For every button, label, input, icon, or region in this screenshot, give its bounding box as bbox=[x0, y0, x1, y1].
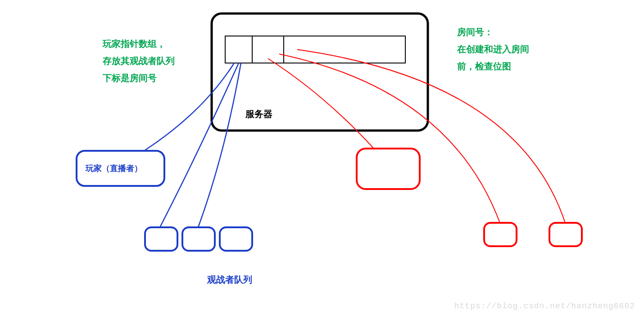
queue-label: 观战者队列 bbox=[207, 274, 252, 286]
red-curve-s2 bbox=[297, 50, 565, 223]
annotation-right-line1: 房间号： bbox=[457, 23, 529, 41]
annotation-right: 房间号： 在创建和进入房间 前，检查位图 bbox=[457, 23, 529, 75]
array-cell-1 bbox=[252, 36, 284, 63]
annotation-left-line3: 下标是房间号 bbox=[103, 69, 175, 86]
annotation-right-line3: 前，检查位图 bbox=[457, 58, 529, 75]
blue-curve-q1 bbox=[160, 63, 239, 227]
queue-box-3 bbox=[220, 227, 252, 251]
red-box-small-2 bbox=[549, 223, 582, 246]
annotation-left: 玩家指针数组， 存放其观战者队列 下标是房间号 bbox=[103, 35, 175, 86]
diagram-svg bbox=[0, 0, 644, 316]
queue-box-2 bbox=[182, 227, 215, 251]
annotation-left-line2: 存放其观战者队列 bbox=[103, 52, 175, 69]
red-curve-large bbox=[268, 59, 374, 149]
player-label: 玩家（直播者） bbox=[86, 163, 142, 174]
annotation-right-line2: 在创建和进入房间 bbox=[457, 41, 529, 58]
red-box-large bbox=[357, 149, 420, 189]
red-curve-s1 bbox=[279, 54, 500, 223]
array-cell-2 bbox=[284, 36, 405, 63]
annotation-left-line1: 玩家指针数组， bbox=[103, 35, 175, 52]
queue-box-1 bbox=[145, 227, 177, 251]
array-cell-0 bbox=[225, 36, 252, 63]
red-box-small-1 bbox=[484, 223, 517, 246]
server-label: 服务器 bbox=[245, 108, 272, 120]
blue-curve-q2 bbox=[198, 63, 241, 227]
watermark: https://blog.csdn.net/hanzheng6602 bbox=[454, 302, 635, 311]
server-box bbox=[212, 14, 428, 131]
